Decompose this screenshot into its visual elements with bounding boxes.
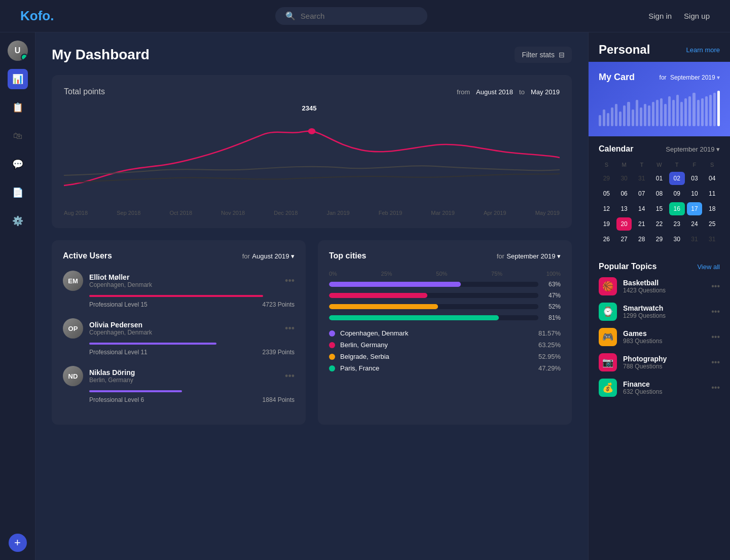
calendar-day[interactable]: 27	[616, 233, 632, 246]
calendar-day[interactable]: 02	[669, 172, 685, 185]
topic-more-button[interactable]: •••	[711, 358, 720, 367]
calendar-day[interactable]: 11	[704, 187, 720, 200]
calendar-day[interactable]: 19	[599, 217, 614, 231]
search-icon: 🔍	[285, 11, 296, 21]
user-more-button[interactable]: •••	[285, 371, 295, 382]
add-button[interactable]: +	[9, 534, 27, 552]
topic-item: 🏀 Basketball 1423 Questions •••	[599, 277, 720, 295]
for-label-cities: for	[497, 252, 504, 260]
calendar-day-header: T	[634, 160, 649, 170]
top-cities-period[interactable]: September 2019 ▾	[506, 252, 561, 260]
top-cities-period-container: for September 2019 ▾	[497, 251, 561, 260]
main-content: My Dashboard Filter stats ⊟ Total points…	[35, 32, 588, 560]
search-input[interactable]	[301, 12, 417, 20]
topic-more-button[interactable]: •••	[711, 383, 720, 392]
user-name: Niklas Döring	[89, 368, 279, 377]
bar-row: 47%	[329, 292, 561, 299]
user-more-button[interactable]: •••	[285, 323, 295, 334]
calendar-day[interactable]: 01	[651, 172, 667, 185]
calendar-day[interactable]: 31	[634, 172, 649, 185]
topic-info: Smartwatch 1299 Questions	[623, 304, 705, 319]
learn-more-link[interactable]: Learn more	[686, 46, 720, 54]
calendar-day[interactable]: 04	[704, 172, 720, 185]
sidebar-item-reports[interactable]: 📄	[8, 182, 28, 203]
to-date[interactable]: May 2019	[531, 88, 560, 96]
avatar[interactable]: U	[8, 41, 28, 61]
calendar-day[interactable]: 03	[687, 172, 703, 185]
cities-bars: 63% 47% 52% 81%	[329, 281, 561, 321]
calendar-day[interactable]: 24	[687, 217, 703, 231]
calendar-day[interactable]: 31	[704, 233, 720, 246]
city-dot	[329, 365, 335, 371]
calendar-day[interactable]: 29	[599, 172, 614, 185]
calendar-day[interactable]: 05	[599, 187, 614, 200]
user-meta: Professional Level 11 2339 Points	[63, 349, 295, 356]
user-points: 1884 Points	[263, 396, 295, 403]
calendar-day[interactable]: 25	[704, 217, 720, 231]
user-more-button[interactable]: •••	[285, 276, 295, 286]
calendar-day[interactable]: 13	[616, 202, 632, 215]
right-panel-title: Personal	[599, 43, 650, 57]
x-axis: Aug 2018Sep 2018Oct 2018Nov 2018Dec 2018…	[64, 206, 560, 216]
calendar-day[interactable]: 23	[669, 217, 685, 231]
card-bar	[603, 109, 605, 126]
calendar-day[interactable]: 15	[651, 202, 667, 215]
sign-in-button[interactable]: Sign in	[648, 12, 672, 20]
sidebar-item-presentation[interactable]: 📋	[8, 97, 28, 118]
calendar-day[interactable]: 10	[687, 187, 703, 200]
filter-button[interactable]: Filter stats ⊟	[515, 47, 572, 63]
calendar-day[interactable]: 20	[616, 217, 632, 231]
calendar-day[interactable]: 30	[669, 233, 685, 246]
sidebar-item-dashboard[interactable]: 📊	[8, 69, 28, 89]
nav-actions: Sign in Sign up	[648, 12, 710, 20]
chart-peak-value: 2345	[302, 104, 316, 112]
topic-more-button[interactable]: •••	[711, 307, 720, 316]
active-users-period[interactable]: August 2019 ▾	[252, 252, 295, 260]
calendar-day[interactable]: 14	[634, 202, 649, 215]
sign-up-button[interactable]: Sign up	[684, 12, 710, 20]
topic-more-button[interactable]: •••	[711, 332, 720, 342]
view-all-link[interactable]: View all	[697, 263, 720, 271]
sidebar-item-chat[interactable]: 💬	[8, 154, 28, 174]
sidebar-item-shop[interactable]: 🛍	[8, 126, 28, 146]
x-axis-label: Jan 2019	[326, 210, 349, 216]
calendar-day[interactable]: 21	[634, 217, 649, 231]
logo: Kofo.	[20, 8, 54, 24]
card-bar	[623, 105, 626, 126]
my-card-period[interactable]: for September 2019 ▾	[660, 74, 720, 81]
calendar-day[interactable]: 16	[669, 202, 685, 215]
calendar-day[interactable]: 06	[616, 187, 632, 200]
topic-item: 📷 Photography 788 Questions •••	[599, 353, 720, 371]
user-meta: Professional Level 15 4723 Points	[63, 301, 295, 308]
bar-row: 81%	[329, 314, 561, 321]
calendar-day[interactable]: 28	[634, 233, 649, 246]
calendar-day[interactable]: 22	[651, 217, 667, 231]
topic-more-button[interactable]: •••	[711, 282, 720, 291]
city-percentage: 81.57%	[538, 329, 561, 337]
calendar-day[interactable]: 30	[616, 172, 632, 185]
calendar-day[interactable]: 12	[599, 202, 614, 215]
calendar-day[interactable]: 26	[599, 233, 614, 246]
from-date[interactable]: August 2018	[476, 88, 513, 96]
calendar-day[interactable]: 31	[687, 233, 703, 246]
calendar-day[interactable]: 09	[669, 187, 685, 200]
city-name: Berlin, Germany	[340, 341, 533, 349]
bar-row: 52%	[329, 303, 561, 310]
sidebar-item-settings[interactable]: ⚙️	[8, 211, 28, 231]
search-bar[interactable]: 🔍	[275, 7, 427, 25]
bar-fill	[329, 315, 499, 320]
user-level: Professional Level 15	[89, 301, 148, 308]
calendar-day[interactable]: 07	[634, 187, 649, 200]
calendar-day[interactable]: 18	[704, 202, 720, 215]
user-item: OP Olivia Pedersen Copenhagen, Denmark •…	[63, 318, 295, 356]
card-bar	[713, 93, 716, 127]
topic-count: 983 Questions	[623, 338, 705, 345]
top-cities-title: Top cities	[329, 251, 367, 260]
calendar-period[interactable]: September 2019 ▾	[666, 145, 720, 153]
card-bar	[636, 100, 638, 126]
calendar-day[interactable]: 29	[651, 233, 667, 246]
chart-title: Total points	[64, 87, 105, 96]
bottom-cards: Active Users for August 2019 ▾ EM Elliot…	[52, 240, 572, 425]
calendar-day[interactable]: 08	[651, 187, 667, 200]
calendar-day[interactable]: 17	[687, 202, 703, 215]
